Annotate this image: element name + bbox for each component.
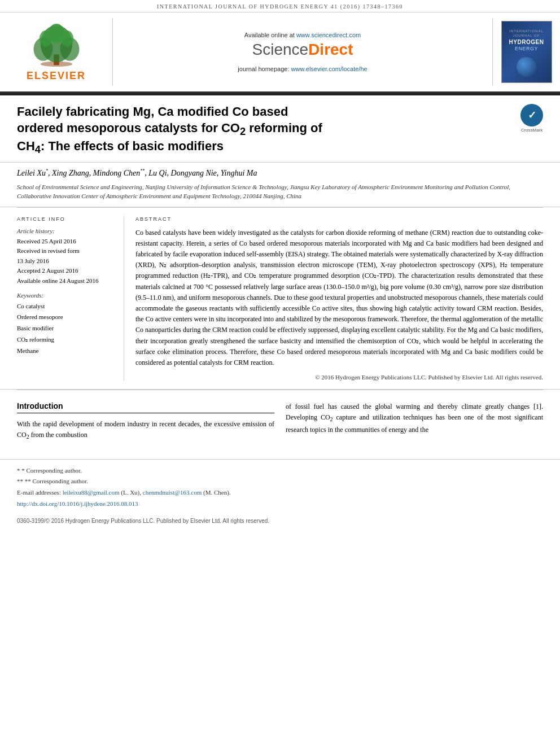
keyword-5: Methane <box>17 346 115 357</box>
keywords-label: Keywords: <box>17 292 115 299</box>
keywords-list: Co catalyst Ordered mesopore Basic modif… <box>17 301 115 357</box>
keyword-3: Basic modifier <box>17 323 115 334</box>
keyword-2: Ordered mesopore <box>17 312 115 323</box>
journal-cover-decoration <box>517 57 536 77</box>
introduction-columns: Introduction With the rapid development … <box>17 401 543 442</box>
copyright-text: © 2016 Hydrogen Energy Publications LLC.… <box>135 374 543 381</box>
accepted-date: Accepted 2 August 2016 <box>17 266 115 276</box>
content-section: ARTICLE INFO Article history: Received 2… <box>0 208 560 390</box>
intro-text-right: of fossil fuel has caused the global war… <box>286 401 543 435</box>
journal-info-text: INTERNATIONAL JOURNAL OF HYDROGEN ENERGY… <box>157 3 403 10</box>
elsevier-name: ELSEVIER <box>27 70 86 82</box>
affiliation-text: School of Environmental Science and Engi… <box>17 182 543 201</box>
sciencedirect-logo: ScienceDirect <box>252 41 353 59</box>
intro-left-column: Introduction With the rapid development … <box>17 401 274 442</box>
footnote-doi: http://dx.doi.org/10.1016/j.ijhydene.201… <box>17 499 543 510</box>
received-date: Received 25 April 2016 <box>17 237 115 247</box>
title-section: Facilely fabricating Mg, Ca modified Co … <box>0 95 560 163</box>
svg-point-7 <box>40 61 72 66</box>
footnote-star2: ** <box>17 478 23 484</box>
article-info-header: ARTICLE INFO <box>17 216 115 222</box>
issn-bar: 0360-3199/© 2016 Hydrogen Energy Publica… <box>0 516 560 526</box>
intro-text-left: With the rapid development of modern ind… <box>17 419 274 442</box>
article-history-label: Article history: <box>17 228 115 234</box>
paper-title: Facilely fabricating Mg, Ca modified Co … <box>17 104 543 156</box>
article-history-group: Article history: Received 25 April 2016 … <box>17 228 115 286</box>
journal-cover: International Journal of HYDROGEN ENERGY <box>501 21 552 83</box>
journal-homepage-text: journal homepage: www.elsevier.com/locat… <box>238 65 367 72</box>
elsevier-tree-icon <box>28 23 85 68</box>
available-date: Available online 24 August 2016 <box>17 276 115 286</box>
svg-point-5 <box>39 30 52 46</box>
journal-homepage-link[interactable]: www.elsevier.com/locate/he <box>291 65 368 72</box>
footnote-emails: E-mail addresses: leileixu88@gmail.com (… <box>17 487 543 499</box>
authors-list: Leilei Xu*, Xing Zhang, Mindong Chen**, … <box>17 168 543 178</box>
introduction-heading: Introduction <box>17 401 274 413</box>
svg-point-6 <box>60 30 73 46</box>
abstract-text: Co based catalysts have been widely inve… <box>135 228 543 368</box>
abstract-header: ABSTRACT <box>135 216 543 222</box>
footnote-star1: * <box>17 467 20 474</box>
header-section: ELSEVIER Available online at www.science… <box>0 12 560 93</box>
elsevier-logo: ELSEVIER <box>27 23 86 82</box>
crossmark-label: CrossMark <box>521 128 543 133</box>
footnote-corresponding-1: * * Corresponding author. <box>17 465 543 477</box>
revised-date: 13 July 2016 <box>17 256 115 267</box>
revised-label: Received in revised form <box>17 246 115 256</box>
intro-right-column: of fossil fuel has caused the global war… <box>286 401 543 442</box>
footnote-section: * * Corresponding author. ** ** Correspo… <box>0 459 560 516</box>
header-center: Available online at www.sciencedirect.co… <box>113 18 492 86</box>
email-link-2[interactable]: chenmdnuist@163.com <box>143 489 202 496</box>
sciencedirect-link[interactable]: www.sciencedirect.com <box>296 32 361 38</box>
authors-section: Leilei Xu*, Xing Zhang, Mindong Chen**, … <box>0 163 560 207</box>
keywords-group: Keywords: Co catalyst Ordered mesopore B… <box>17 292 115 357</box>
abstract-column: ABSTRACT Co based catalysts have been wi… <box>124 216 560 381</box>
elsevier-logo-area: ELSEVIER <box>0 18 113 86</box>
footnote-corresponding-2: ** ** Corresponding author. <box>17 476 543 487</box>
issn-text: 0360-3199/© 2016 Hydrogen Energy Publica… <box>17 518 269 524</box>
keyword-1: Co catalyst <box>17 301 115 312</box>
crossmark: ✓ CrossMark <box>520 104 543 133</box>
crossmark-icon: ✓ <box>520 104 543 126</box>
doi-link[interactable]: http://dx.doi.org/10.1016/j.ijhydene.201… <box>17 500 138 507</box>
keyword-4: CO₂ reforming <box>17 334 115 346</box>
article-info-column: ARTICLE INFO Article history: Received 2… <box>0 216 124 381</box>
email-link-1[interactable]: leileixu88@gmail.com <box>63 489 120 496</box>
journal-cover-area: International Journal of HYDROGEN ENERGY <box>492 18 560 86</box>
available-online-text: Available online at www.sciencedirect.co… <box>244 32 361 38</box>
introduction-section: Introduction With the rapid development … <box>0 390 560 453</box>
journal-info-bar: INTERNATIONAL JOURNAL OF HYDROGEN ENERGY… <box>0 0 560 12</box>
